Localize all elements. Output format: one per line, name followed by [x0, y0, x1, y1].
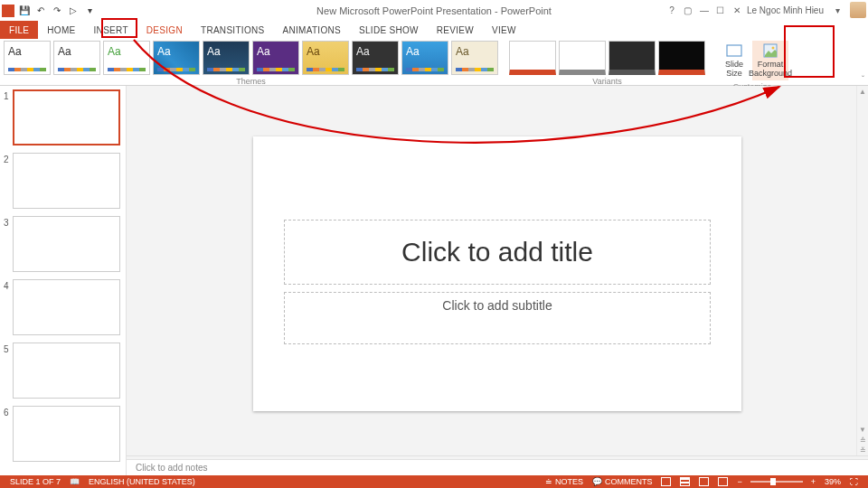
collapse-ribbon-icon[interactable]: ˇ	[862, 74, 864, 83]
window-controls: ? ▢ — ☐ ✕ Le Ngoc Minh Hieu ▾	[665, 2, 866, 18]
svg-point-2	[772, 47, 775, 50]
tab-view[interactable]: VIEW	[483, 21, 525, 39]
slide-thumb-4[interactable]: 4	[4, 279, 120, 335]
theme-thumb-5[interactable]: Aa	[252, 41, 299, 75]
theme-thumb-4[interactable]: Aa	[203, 41, 250, 75]
prev-slide-icon[interactable]: ≙	[857, 436, 868, 446]
theme-thumb-0[interactable]: Aa	[4, 41, 51, 75]
scroll-down-icon[interactable]: ▼	[857, 424, 868, 436]
slide-thumbnail	[13, 89, 120, 145]
slide-number: 5	[4, 343, 13, 354]
powerpoint-logo-icon	[2, 5, 14, 17]
fit-to-window-icon[interactable]: ⛶	[850, 477, 858, 486]
tab-animations[interactable]: ANIMATIONS	[274, 21, 350, 39]
quick-access-toolbar: 💾 ↶ ↷ ▷ ▾	[0, 5, 96, 17]
start-from-beginning-icon[interactable]: ▷	[67, 5, 80, 17]
svg-rect-0	[727, 45, 741, 56]
customize-group: Slide Size Format Background Customize	[716, 41, 788, 80]
slide-thumb-2[interactable]: 2	[4, 153, 120, 209]
tab-transitions[interactable]: TRANSITIONS	[192, 21, 274, 39]
ribbon-options-icon[interactable]: ▢	[682, 4, 694, 16]
slide-thumbnail-panel[interactable]: 123456	[0, 86, 127, 475]
language-indicator[interactable]: ENGLISH (UNITED STATES)	[89, 477, 195, 486]
notes-toggle[interactable]: ≐ NOTES	[545, 477, 583, 486]
spellcheck-icon[interactable]: 📖	[70, 477, 80, 486]
slide-size-icon	[726, 42, 742, 59]
vertical-scrollbar[interactable]: ▲ ▼ ≙ ≚	[856, 86, 868, 455]
tab-review[interactable]: REVIEW	[428, 21, 483, 39]
title-bar: 💾 ↶ ↷ ▷ ▾ New Microsoft PowerPoint Prese…	[0, 0, 868, 21]
themes-group: AaAaAaAaAaAaAaAaAaAa Themes	[4, 41, 498, 75]
redo-icon[interactable]: ↷	[51, 5, 63, 17]
notes-placeholder: Click to add notes	[136, 463, 208, 473]
tab-home[interactable]: HOME	[38, 21, 84, 39]
save-icon[interactable]: 💾	[18, 5, 31, 17]
tab-slide-show[interactable]: SLIDE SHOW	[350, 21, 428, 39]
slide-thumb-6[interactable]: 6	[4, 406, 120, 462]
format-background-label: Format Background	[749, 61, 792, 79]
title-placeholder[interactable]: Click to add title	[284, 220, 711, 285]
window-title: New Microsoft PowerPoint Presentation - …	[316, 5, 552, 16]
comments-toggle[interactable]: 💬 COMMENTS	[592, 477, 653, 486]
sorter-view-icon[interactable]	[680, 477, 690, 486]
zoom-slider[interactable]	[750, 481, 803, 483]
theme-thumb-9[interactable]: Aa	[451, 41, 498, 75]
slide-number: 2	[4, 153, 13, 164]
slide-size-label: Slide Size	[725, 61, 743, 79]
user-name[interactable]: Le Ngoc Minh Hieu	[747, 5, 824, 15]
close-icon[interactable]: ✕	[731, 4, 743, 16]
user-dropdown-icon[interactable]: ▾	[831, 4, 844, 16]
ribbon-tabs: FILEHOMEINSERTDESIGNTRANSITIONSANIMATION…	[0, 21, 868, 39]
variant-thumb-2[interactable]	[609, 41, 656, 75]
format-background-button[interactable]: Format Background	[752, 41, 788, 80]
slide-thumb-5[interactable]: 5	[4, 343, 120, 399]
theme-thumb-1[interactable]: Aa	[53, 41, 100, 75]
slide-number: 6	[4, 406, 13, 418]
slideshow-view-icon[interactable]	[718, 477, 728, 486]
theme-thumb-2[interactable]: Aa	[103, 41, 150, 75]
variant-thumb-1[interactable]	[559, 41, 606, 75]
slide-thumb-1[interactable]: 1	[4, 89, 120, 145]
slide-editor[interactable]: Click to add title Click to add subtitle	[253, 136, 741, 411]
canvas-scroll: Click to add title Click to add subtitle…	[127, 86, 868, 455]
reading-view-icon[interactable]	[699, 477, 709, 486]
next-slide-icon[interactable]: ≚	[857, 446, 868, 455]
status-bar: SLIDE 1 OF 7 📖 ENGLISH (UNITED STATES) ≐…	[0, 475, 868, 488]
tab-insert[interactable]: INSERT	[85, 21, 137, 39]
slide-number: 3	[4, 216, 13, 228]
variant-thumb-3[interactable]	[658, 41, 705, 75]
slide-number: 4	[4, 279, 13, 291]
notes-pane[interactable]: Click to add notes	[127, 459, 868, 475]
user-avatar[interactable]	[850, 2, 866, 18]
zoom-in-icon[interactable]: +	[811, 477, 816, 486]
theme-thumb-8[interactable]: Aa	[401, 41, 448, 75]
zoom-out-icon[interactable]: −	[737, 477, 741, 486]
variant-thumb-0[interactable]	[509, 41, 556, 75]
theme-thumb-3[interactable]: Aa	[153, 41, 200, 75]
themes-group-label: Themes	[236, 77, 266, 86]
maximize-icon[interactable]: ☐	[714, 4, 727, 16]
variants-group: Variants	[509, 41, 705, 75]
slide-thumbnail	[13, 279, 120, 335]
slide-canvas-area: Click to add title Click to add subtitle…	[127, 86, 868, 475]
qat-customize-icon[interactable]: ▾	[83, 5, 96, 17]
slide-size-button[interactable]: Slide Size	[716, 41, 752, 80]
normal-view-icon[interactable]	[661, 477, 671, 486]
subtitle-placeholder[interactable]: Click to add subtitle	[284, 292, 711, 344]
zoom-level[interactable]: 39%	[825, 477, 841, 486]
slide-thumb-3[interactable]: 3	[4, 216, 120, 272]
ribbon-design: AaAaAaAaAaAaAaAaAaAa Themes ▾ Variants S…	[0, 39, 868, 86]
scroll-up-icon[interactable]: ▲	[857, 86, 868, 98]
work-area: 123456 Click to add title Click to add s…	[0, 86, 868, 475]
slide-thumbnail	[13, 343, 120, 399]
theme-thumb-7[interactable]: Aa	[352, 41, 399, 75]
format-background-icon	[762, 42, 778, 59]
help-icon[interactable]: ?	[665, 4, 678, 16]
tab-design[interactable]: DESIGN	[137, 21, 192, 39]
undo-icon[interactable]: ↶	[34, 5, 47, 17]
slide-indicator[interactable]: SLIDE 1 OF 7	[10, 477, 61, 486]
theme-thumb-6[interactable]: Aa	[302, 41, 349, 75]
tab-file[interactable]: FILE	[0, 21, 38, 39]
minimize-icon[interactable]: —	[698, 4, 711, 16]
slide-thumbnail	[13, 406, 120, 462]
